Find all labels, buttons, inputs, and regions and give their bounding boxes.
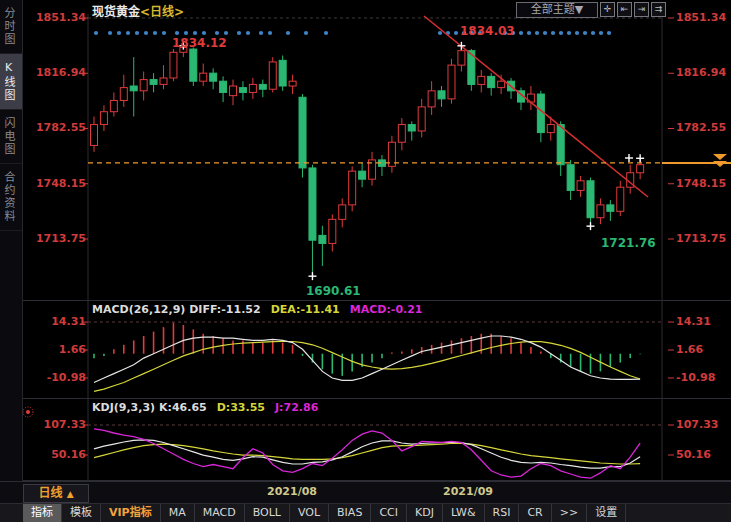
candle-body-5 [140, 80, 147, 91]
main-y-label-right-3: 1748.15 [676, 177, 730, 191]
signal-dot-37 [583, 31, 587, 35]
candle-body-21 [299, 97, 306, 168]
signal-dot-6 [153, 31, 157, 35]
candle-body-14 [230, 86, 237, 96]
candle-body-19 [279, 60, 286, 86]
expand-x-axis-icon[interactable]: ⇥ [634, 2, 649, 17]
toolbar-tab-0[interactable]: 指标 [23, 504, 62, 522]
macd-dea-line [94, 342, 640, 392]
signal-dot-17 [268, 31, 272, 35]
toolbar-tab-1[interactable]: 模板 [62, 504, 101, 522]
shift-right-icon[interactable]: ⇉ [651, 2, 666, 17]
signal-dot-4 [135, 31, 139, 35]
toolbar-tab-3[interactable]: MA [161, 504, 195, 522]
candle-body-49 [577, 181, 584, 191]
kdj-k-line [94, 440, 640, 468]
candle-body-16 [249, 84, 256, 92]
main-y-label-left-4: 1713.75 [28, 232, 86, 246]
chart-mode-sidebar: 分时图K线图闪电图合约资料 [0, 0, 23, 502]
macd-y-label-left-2: -10.98 [28, 371, 86, 385]
annotation-high-1834-03: 1834.03 [460, 24, 515, 38]
kdj-j-line [94, 429, 640, 478]
triangle-up-icon: ▲ [67, 489, 74, 499]
compress-x-axis-icon[interactable]: ⇤ [617, 2, 632, 17]
signal-dot-1 [108, 31, 112, 35]
main-y-label-left-1: 1816.94 [28, 66, 86, 80]
toolbar-tab-6[interactable]: VOL [290, 504, 329, 522]
macd-name-diff: MACD(26,12,9) DIFF:-11.52 [92, 303, 261, 316]
sidebar-tab-3[interactable]: 合约资料 [0, 164, 22, 231]
signal-dot-10 [193, 31, 197, 35]
kdj-y-label-right-0: 107.33 [676, 418, 730, 432]
candle-body-13 [220, 81, 227, 92]
macd-y-label-right-2: -10.98 [676, 371, 730, 385]
candle-body-36 [448, 65, 455, 99]
sidebar-tab-1[interactable]: K线图 [0, 54, 22, 110]
kdj-d-value: D:33.55 [217, 401, 265, 414]
macd-macd-value: MACD:-0.21 [350, 303, 423, 316]
candle-body-7 [160, 78, 167, 84]
candle-body-46 [547, 125, 554, 133]
x-axis-label-aug: 2021/08 [257, 485, 327, 498]
toolbar-tab-9[interactable]: KDJ [407, 504, 443, 522]
candle-body-15 [239, 88, 246, 93]
period-name: <日线> [140, 5, 184, 19]
period-selector[interactable]: 日线 ▲ [23, 484, 89, 503]
toolbar-tab-11[interactable]: RSI [485, 504, 520, 522]
kdj-y-label-left-0: 107.33 [28, 418, 86, 432]
signal-dot-40 [607, 31, 611, 35]
candle-body-20 [289, 81, 296, 86]
toolbar-tab-10[interactable]: LW& [443, 504, 485, 522]
indicator-toolbar: 指标模板VIP指标MAMACDBOLLVOLBIASCCIKDJLW&RSICR… [0, 503, 731, 522]
signal-dot-15 [246, 31, 250, 35]
candle-body-8 [170, 52, 177, 78]
crosshair-move-icon[interactable]: ✛ [600, 2, 615, 17]
kdj-y-label-left-1: 50.16 [28, 448, 86, 462]
main-y-label-right-4: 1713.75 [676, 232, 730, 246]
macd-dea-value: DEA:-11.41 [271, 303, 340, 316]
macd-y-label-right-0: 14.31 [676, 315, 730, 329]
signal-dot-39 [599, 31, 603, 35]
toolbar-tab-5[interactable]: BOLL [245, 504, 290, 522]
signal-dot-8 [175, 31, 179, 35]
signal-dot-9 [184, 31, 188, 35]
signal-dot-5 [144, 31, 148, 35]
signal-dot-31 [535, 31, 539, 35]
trading-app-window: 分时图K线图闪电图合约资料 现货黄金<日线> 全部主题▼ ✛⇤⇥⇉ 1851.3… [0, 0, 731, 522]
toolbar-tab-14[interactable]: 设置 [587, 504, 626, 522]
candle-body-25 [339, 205, 346, 219]
toolbar-tab-7[interactable]: BIAS [329, 504, 371, 522]
date-axis-row: 日线 ▲ 2021/08 2021/09 [0, 481, 731, 503]
toolbar-tab-2[interactable]: VIP指标 [101, 504, 161, 522]
sidebar-tab-2[interactable]: 闪电图 [0, 110, 22, 164]
macd-y-label-left-1: 1.66 [28, 343, 86, 357]
annotation-low-1721-76: 1721.76 [601, 236, 656, 250]
toolbar-tab-8[interactable]: CCI [371, 504, 407, 522]
candle-body-26 [349, 171, 356, 205]
chart-canvas[interactable] [0, 0, 731, 522]
candle-body-0 [91, 125, 98, 146]
chart-title: 现货黄金<日线> [92, 2, 184, 19]
signal-dot-7 [162, 31, 166, 35]
candle-body-2 [110, 100, 117, 111]
signal-dot-18 [286, 31, 290, 35]
x-axis-label-sep: 2021/09 [433, 485, 503, 498]
candle-body-55 [637, 165, 644, 173]
toolbar-tab-4[interactable]: MACD [195, 504, 245, 522]
macd-y-label-right-1: 1.66 [676, 343, 730, 357]
signal-dot-0 [94, 31, 98, 35]
signal-dot-38 [591, 31, 595, 35]
toolbar-tab-12[interactable]: CR [519, 504, 551, 522]
toolbar-tab-13[interactable]: >> [552, 504, 587, 522]
candle-body-22 [309, 168, 316, 240]
candle-body-31 [398, 125, 405, 143]
candle-body-18 [269, 62, 276, 89]
price-marker-triangle-top [713, 154, 727, 160]
candle-body-50 [587, 181, 594, 218]
theme-dropdown[interactable]: 全部主题▼ [516, 2, 598, 18]
main-y-label-right-0: 1851.34 [676, 11, 730, 25]
candle-body-1 [100, 112, 107, 125]
signal-dot-3 [126, 31, 130, 35]
sidebar-tab-0[interactable]: 分时图 [0, 0, 22, 54]
macd-y-label-left-0: 14.31 [28, 315, 86, 329]
